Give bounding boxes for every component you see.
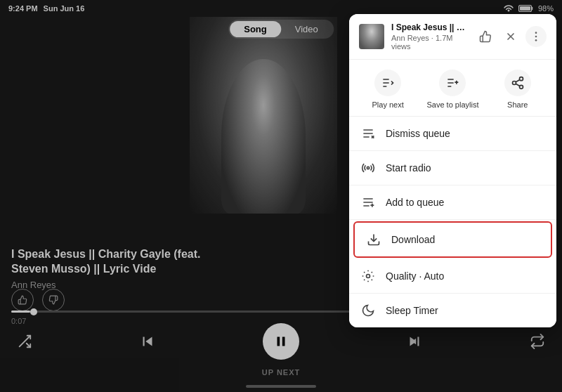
share-icon xyxy=(504,70,531,96)
add-to-queue-label: Add to queue xyxy=(386,197,444,208)
svg-point-11 xyxy=(519,77,523,81)
menu-item-sleep-timer[interactable]: Sleep Timer xyxy=(349,294,556,327)
menu-item-start-radio[interactable]: Start radio xyxy=(349,151,556,185)
quick-action-save-playlist[interactable]: Save to playlist xyxy=(426,70,478,109)
menu-item-download-wrapper: Download xyxy=(353,221,552,258)
menu-item-download[interactable]: Download xyxy=(355,223,551,256)
play-next-icon xyxy=(374,70,401,96)
download-label: Download xyxy=(391,234,435,245)
download-icon xyxy=(366,232,381,247)
menu-list: Dismiss queue Start radio Ad xyxy=(349,117,556,327)
play-next-label: Play next xyxy=(372,100,404,109)
sleep-timer-label: Sleep Timer xyxy=(386,305,438,316)
svg-point-18 xyxy=(367,166,369,169)
menu-song-title: I Speak Jesus || Charity G... xyxy=(391,22,468,32)
quick-action-play-next[interactable]: Play next xyxy=(363,70,412,109)
quality-icon xyxy=(360,268,376,284)
menu-like-button[interactable] xyxy=(475,26,496,47)
svg-point-22 xyxy=(367,275,370,278)
menu-item-add-queue[interactable]: Add to queue xyxy=(349,185,556,220)
sleep-timer-icon xyxy=(360,303,376,318)
menu-header: I Speak Jesus || Charity G... Ann Reyes … xyxy=(349,14,556,60)
menu-song-subtitle: Ann Reyes · 1.7M views xyxy=(391,34,468,51)
share-label: Share xyxy=(507,100,528,109)
start-radio-label: Start radio xyxy=(386,162,431,174)
quality-label: Quality · Auto xyxy=(386,270,444,282)
context-menu: I Speak Jesus || Charity G... Ann Reyes … xyxy=(349,14,556,327)
menu-more-button[interactable] xyxy=(525,26,547,47)
menu-item-quality[interactable]: Quality · Auto xyxy=(349,259,556,294)
svg-line-14 xyxy=(516,84,520,86)
menu-header-actions xyxy=(475,26,547,47)
svg-point-12 xyxy=(512,81,516,85)
menu-thumb-art xyxy=(359,24,384,49)
dismiss-queue-label: Dismiss queue xyxy=(386,128,450,139)
svg-point-8 xyxy=(535,39,537,41)
quick-actions: Play next Save to playlist xyxy=(349,60,556,117)
add-queue-icon xyxy=(360,195,376,210)
menu-title-group: I Speak Jesus || Charity G... Ann Reyes … xyxy=(391,22,468,51)
svg-point-6 xyxy=(535,32,537,34)
svg-line-15 xyxy=(516,79,520,81)
start-radio-icon xyxy=(360,160,376,176)
save-playlist-label: Save to playlist xyxy=(426,100,478,109)
menu-close-button[interactable] xyxy=(500,26,521,47)
svg-point-7 xyxy=(535,36,537,38)
svg-point-13 xyxy=(519,85,523,89)
menu-thumbnail xyxy=(359,24,384,49)
dismiss-queue-icon xyxy=(360,126,376,141)
menu-item-dismiss-queue[interactable]: Dismiss queue xyxy=(349,117,556,151)
save-playlist-icon xyxy=(439,70,466,96)
quick-action-share[interactable]: Share xyxy=(493,70,542,109)
